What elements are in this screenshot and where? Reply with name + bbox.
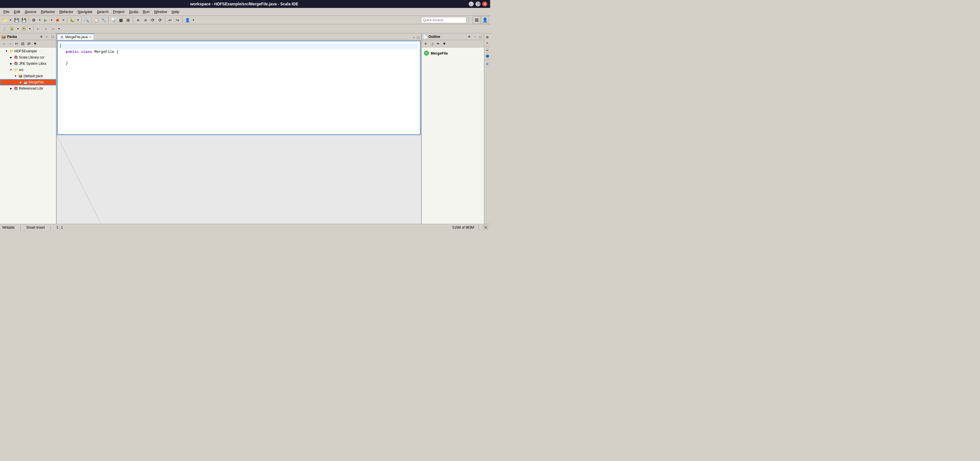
stop-dropdown[interactable]: ▾: [61, 17, 65, 24]
task-list2-btn[interactable]: ≡: [142, 17, 149, 24]
forward2-btn[interactable]: →: [49, 25, 56, 32]
tree-item-mergefile[interactable]: ▶ ☕ MergeFile.: [0, 79, 56, 86]
menu-window[interactable]: Window: [152, 9, 169, 15]
task-list-btn[interactable]: ≡: [135, 17, 142, 24]
fr-btn1[interactable]: ⊞: [485, 35, 490, 40]
sep1: [29, 17, 29, 23]
sync-btn[interactable]: ⟳: [150, 17, 156, 24]
back-btn[interactable]: ←: [35, 25, 41, 32]
outline-item-mergefile[interactable]: C MergeFile: [424, 50, 482, 57]
stop-btn[interactable]: ⏹: [54, 17, 61, 24]
restore-button[interactable]: ❐: [476, 2, 480, 6]
fr-btn2[interactable]: ■: [485, 40, 490, 45]
menu-edit[interactable]: Edit: [11, 9, 22, 15]
outline-edit-btn[interactable]: ✏: [435, 41, 441, 47]
menu-scala[interactable]: Scala: [127, 9, 141, 15]
pkg-close-icon[interactable]: ✕: [39, 35, 44, 39]
menu-bar: File Edit Source Refactor Refactor Navig…: [0, 8, 490, 16]
diagonal-decoration: [57, 135, 421, 224]
menu-project[interactable]: Project: [111, 9, 127, 15]
class-name: MergeFile {: [94, 49, 119, 55]
fr-btn5[interactable]: ▣: [485, 61, 490, 66]
menu-source[interactable]: Source: [22, 9, 38, 15]
run-dropdown[interactable]: ▾: [49, 17, 54, 24]
pkg-forward-btn[interactable]: →: [7, 41, 13, 47]
pkg-up-btn[interactable]: ↩: [14, 41, 19, 47]
pkg-view-menu-btn[interactable]: ▼: [32, 41, 38, 47]
pkg-maximize-icon[interactable]: □: [50, 35, 55, 39]
fr-sep1: [485, 46, 490, 47]
scala-persp-btn[interactable]: 👤: [481, 16, 489, 24]
open-resource-btn[interactable]: ▦: [118, 17, 124, 24]
menu-search[interactable]: Search: [94, 9, 111, 15]
tab-mergefile[interactable]: ☕ MergeFile.java ✕: [57, 34, 94, 40]
forward-dropdown[interactable]: ▾: [57, 25, 61, 32]
tree-item-src[interactable]: ▼ 📁 src: [0, 67, 56, 73]
menu-navigate[interactable]: Navigate: [76, 9, 94, 15]
hdfs-icon: 📁: [9, 49, 14, 54]
outline-view-menu-btn[interactable]: ▼: [441, 41, 447, 47]
tab-close-icon[interactable]: ✕: [89, 35, 91, 39]
menu-refactor1[interactable]: Refactor: [39, 9, 57, 15]
new-file-dropdown[interactable]: ▾: [8, 17, 13, 24]
open-persp-btn[interactable]: ⊞: [125, 17, 132, 24]
new-file-btn[interactable]: 📁: [1, 17, 8, 24]
build-btn[interactable]: ⚙: [30, 17, 37, 24]
nav-up-btn[interactable]: [21, 25, 27, 32]
menu-refactor2[interactable]: Refactor: [57, 9, 76, 15]
tree-item-default-pkg[interactable]: ▼ 📦 (default pack: [0, 73, 56, 79]
close-button[interactable]: ✕: [482, 2, 487, 6]
pkg-minimize-icon[interactable]: −: [45, 35, 49, 39]
code-editor[interactable]: public class MergeFile { }: [57, 41, 420, 135]
menu-run[interactable]: Run: [140, 9, 152, 15]
outline-expand-btn[interactable]: ↓Z: [429, 41, 435, 47]
nav-down-btn[interactable]: [8, 25, 15, 32]
code-closing: }: [60, 60, 68, 66]
nav-up-dropdown[interactable]: ▾: [28, 25, 32, 32]
redo-btn[interactable]: ↪: [174, 17, 181, 24]
run-btn[interactable]: ▶: [42, 17, 49, 24]
save-all-btn[interactable]: 💾: [21, 17, 27, 24]
minimize-button[interactable]: −: [469, 2, 474, 6]
outline-sort-btn[interactable]: ≡: [423, 41, 428, 47]
menu-file[interactable]: File: [1, 9, 11, 15]
open-type-btn[interactable]: 📊: [110, 17, 117, 24]
status-memory-bar-btn[interactable]: ⊟: [484, 225, 488, 230]
fr-btn3[interactable]: ✏: [485, 48, 490, 53]
no-annot-btn[interactable]: ⊘: [1, 25, 8, 32]
editor-minimize-icon[interactable]: −: [412, 35, 416, 40]
tree-item-ref-libs[interactable]: ▶ 📚 Referenced Libr: [0, 86, 56, 92]
tree-item-scala-lib[interactable]: ▶ 📚 Scala Library cor: [0, 54, 56, 60]
search-btn[interactable]: 🔍: [83, 17, 90, 24]
nav-down-dropdown[interactable]: ▾: [16, 25, 20, 32]
package-explorer-panel: 📦 Packa ✕ − □ ← → ↩ ⊟ ⇄ ▼ ▼ 📁 HDFSExampl…: [0, 33, 57, 224]
forward-btn[interactable]: →: [42, 25, 49, 32]
outline-minimize-icon[interactable]: −: [473, 35, 477, 39]
pkg-collapse-btn[interactable]: ⊟: [20, 41, 25, 47]
ref-libs-label: Referenced Libr: [19, 87, 43, 90]
pkg-link-btn[interactable]: ⇄: [26, 41, 32, 47]
debug-dropdown[interactable]: ▾: [76, 17, 80, 24]
save-btn[interactable]: 💾: [13, 17, 20, 24]
outline-maximize-icon[interactable]: □: [478, 35, 483, 39]
next-annot-btn[interactable]: 📋: [93, 17, 100, 24]
scala-btn[interactable]: ⟳: [157, 17, 164, 24]
prev-annot-btn[interactable]: 🔧: [100, 17, 107, 24]
user-dropdown[interactable]: ▾: [191, 17, 195, 24]
outline-close-icon[interactable]: ✕: [467, 35, 471, 39]
tree-item-hdfsexample[interactable]: ▼ 📁 HDFSExample: [0, 48, 56, 54]
menu-help[interactable]: Help: [169, 9, 181, 15]
fr-btn4[interactable]: 🔵: [485, 54, 490, 59]
outline-class-label: MergeFile: [431, 51, 448, 55]
user-btn[interactable]: 👤: [184, 17, 191, 24]
build-dropdown[interactable]: ▾: [38, 17, 41, 24]
undo-btn[interactable]: ↩: [167, 17, 173, 24]
expand-ref-libs: ▶: [9, 87, 13, 90]
debug-btn[interactable]: 🐛: [68, 17, 75, 24]
pkg-back-btn[interactable]: ←: [1, 41, 7, 47]
java-persp-btn[interactable]: ⊞: [473, 16, 480, 24]
tree-item-jre[interactable]: ▶ 📚 JRE System Libra: [0, 60, 56, 67]
default-pkg-icon: 📦: [18, 74, 23, 78]
quick-access-input[interactable]: [421, 17, 466, 23]
editor-maximize-icon[interactable]: □: [416, 35, 420, 40]
